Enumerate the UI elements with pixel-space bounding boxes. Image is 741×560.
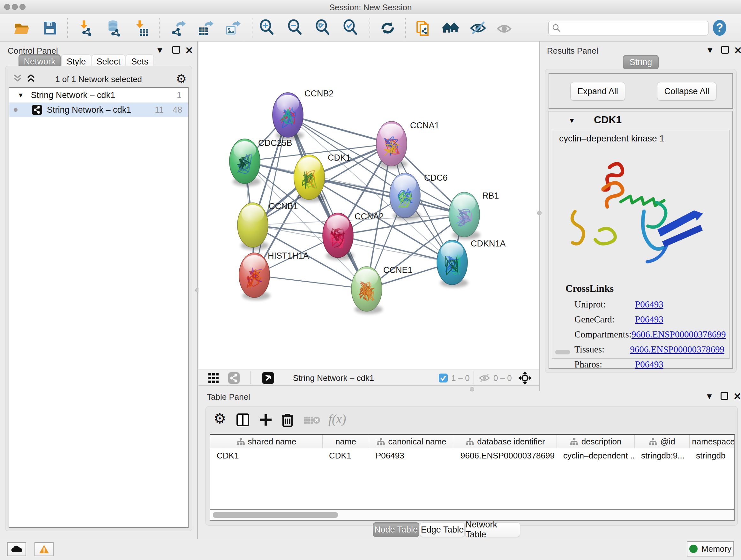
export-table-icon[interactable] — [196, 19, 214, 37]
network-share-icon[interactable] — [228, 372, 240, 384]
crosslink-value-link[interactable]: P06493 — [635, 359, 664, 370]
results-panel-close-icon[interactable]: ✕ — [734, 45, 741, 56]
svg-text:?: ? — [716, 21, 723, 34]
search-box — [548, 21, 709, 36]
table-cell: stringdb:9... — [635, 448, 690, 463]
node-label-CDC6: CDC6 — [424, 173, 448, 183]
zoom-in-icon[interactable] — [259, 19, 276, 37]
open-in-window-icon[interactable] — [262, 372, 274, 384]
table-groupbox: ⚙ f(x) shared namenamecanonical namedata… — [205, 406, 738, 525]
node-CDC25B[interactable] — [229, 139, 261, 186]
node-CCNB1[interactable] — [238, 203, 269, 250]
tab-edge-table[interactable]: Edge Table — [420, 522, 465, 537]
function-builder-icon: f(x) — [328, 412, 346, 427]
edge-HIST1H1A-CCNE1[interactable] — [254, 275, 367, 289]
table-row[interactable]: CDK1CDK1P064939606.ENSP00000378699cyclin… — [210, 448, 734, 463]
node-label-CCNA2: CCNA2 — [354, 212, 384, 221]
node-CCNA2[interactable] — [323, 213, 354, 260]
edge-CCNB2-CCNE1[interactable] — [288, 115, 367, 289]
control-panel-close-icon[interactable]: ✕ — [185, 45, 193, 56]
network-collection-row[interactable]: ▼ String Network – cdk1 1 — [9, 88, 188, 103]
show-columns-icon[interactable] — [236, 413, 250, 427]
column-header-shared-name[interactable]: shared name — [210, 435, 323, 448]
tab-network-table[interactable]: Network Table — [465, 522, 520, 537]
import-network-database-icon[interactable] — [105, 19, 123, 37]
edge-CCNA2-CDKN1A[interactable] — [338, 235, 452, 262]
table-hscroll-thumb[interactable] — [213, 512, 338, 518]
export-network-icon[interactable] — [169, 19, 186, 37]
table-panel-float-icon[interactable] — [721, 392, 728, 400]
control-panel-float-icon[interactable] — [172, 46, 180, 54]
help-icon[interactable]: ? — [712, 19, 727, 36]
search-input[interactable] — [561, 23, 702, 33]
tab-node-table[interactable]: Node Table — [373, 522, 419, 537]
import-table-file-icon[interactable] — [133, 19, 151, 37]
toolbar-separator — [405, 18, 406, 38]
grid-view-icon[interactable] — [208, 373, 219, 383]
column-header-namespace[interactable]: namespace — [690, 435, 734, 448]
crosslink-value-link[interactable]: 9606.ENSP00000378699 — [630, 344, 724, 355]
tab-string[interactable]: String — [623, 55, 659, 70]
table-options-gear-icon[interactable]: ⚙ — [213, 410, 226, 427]
open-session-icon[interactable] — [13, 19, 31, 37]
node-CDC6[interactable] — [390, 173, 421, 220]
import-network-file-icon[interactable] — [77, 19, 95, 37]
node-CCNE1[interactable] — [351, 266, 383, 314]
node-RB1[interactable] — [449, 192, 480, 240]
hide-selected-icon[interactable] — [469, 19, 487, 37]
crosslink-label: GeneCard: — [575, 314, 635, 325]
cloud-button[interactable] — [7, 542, 26, 556]
column-header-canonical-name[interactable]: canonical name — [369, 435, 454, 448]
zoom-fit-icon[interactable] — [314, 19, 332, 37]
save-session-icon[interactable] — [41, 19, 59, 37]
clone-network-icon[interactable] — [414, 19, 432, 37]
network-row[interactable]: String Network – cdk1 11 48 — [9, 103, 188, 117]
results-panel-collapse-icon[interactable]: ▼ — [706, 45, 714, 55]
node-HIST1H1A[interactable] — [239, 253, 270, 300]
table-panel-collapse-icon[interactable]: ▼ — [705, 391, 714, 401]
crosslink-value-link[interactable]: 9606.ENSP00000378699 — [631, 329, 726, 340]
results-panel-float-icon[interactable] — [721, 46, 729, 54]
title-bar: Session: New Session — [0, 0, 741, 14]
show-all-icon-disabled[interactable] — [495, 19, 513, 37]
refresh-icon[interactable] — [379, 19, 397, 37]
expand-all-button[interactable]: Expand All — [570, 82, 625, 101]
gene-expander-icon[interactable]: ▼ — [568, 117, 576, 125]
zoom-out-icon[interactable] — [286, 19, 305, 37]
node-CCNB2[interactable] — [273, 92, 304, 140]
toolbar-separator — [369, 18, 370, 38]
column-header-description[interactable]: description — [557, 435, 635, 448]
column-header-@id[interactable]: @id — [635, 435, 690, 448]
network-options-gear-icon[interactable]: ⚙ — [176, 72, 187, 86]
network-status-dot — [14, 108, 17, 112]
column-header-database-identifier[interactable]: database identifier — [454, 435, 557, 448]
table-panel-close-icon[interactable]: ✕ — [733, 391, 741, 402]
crosslink-value-link[interactable]: P06493 — [635, 314, 664, 325]
toolbar-separator — [159, 18, 159, 38]
search-icon — [552, 23, 561, 33]
table-cell: cyclin–dependent ... — [557, 448, 635, 463]
network-view[interactable]: CCNB2CCNA1CDC25BCDK1CDC6RB1CCNB1CCNA2CDK… — [199, 42, 539, 369]
collection-expander-icon[interactable]: ▼ — [17, 91, 24, 99]
zoom-selected-icon[interactable] — [342, 19, 360, 37]
results-hscroll-thumb[interactable] — [555, 350, 570, 354]
control-panel-collapse-icon[interactable]: ▼ — [156, 45, 164, 55]
birds-eye-view-icon[interactable] — [518, 371, 532, 385]
warnings-button[interactable] — [35, 542, 54, 556]
node-label-RB1: RB1 — [482, 191, 499, 200]
memory-button[interactable]: Memory — [687, 541, 734, 557]
collapse-all-button[interactable]: Collapse All — [657, 82, 717, 101]
node-CDKN1A[interactable] — [437, 240, 468, 287]
selected-checkbox-icon[interactable] — [439, 373, 448, 383]
network-label: String Network – cdk1 — [47, 105, 131, 115]
hidden-counts-label: 0 – 0 — [493, 373, 512, 383]
crosslink-label: Pharos: — [575, 359, 635, 370]
hidden-eye-slash-icon[interactable] — [479, 373, 490, 383]
crosslink-value-link[interactable]: P06493 — [635, 299, 664, 310]
delete-column-icon[interactable] — [280, 412, 294, 428]
column-header-name[interactable]: name — [323, 435, 369, 448]
first-neighbors-icon[interactable] — [442, 19, 460, 37]
network-canvas[interactable]: CCNB2CCNA1CDC25BCDK1CDC6RB1CCNB1CCNA2CDK… — [199, 42, 539, 369]
create-column-icon[interactable] — [259, 413, 273, 427]
export-image-icon[interactable] — [223, 19, 241, 37]
